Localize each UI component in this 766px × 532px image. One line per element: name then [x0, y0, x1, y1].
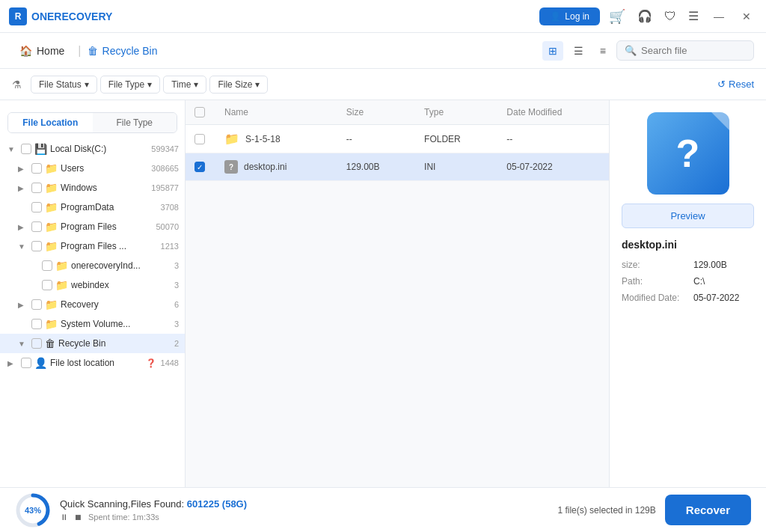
checkbox-program-files-x86[interactable] [31, 241, 42, 251]
folder-icon: 📁 [45, 201, 58, 213]
cart-button[interactable]: 🛒 [606, 5, 628, 28]
tree-item-file-lost[interactable]: ▶ 👤 File lost location ❓ 1448 [0, 353, 185, 373]
progress-area: 43% Quick Scanning,Files Found: 601225 (… [15, 492, 247, 528]
nav-home-link[interactable]: 🏠 Home [12, 40, 72, 61]
folder-icon: 📁 [45, 162, 58, 174]
checkbox-webindex[interactable] [42, 280, 52, 290]
preview-button[interactable]: Preview [622, 204, 754, 228]
time-filter[interactable]: Time ▾ [163, 76, 206, 94]
detail-view-button[interactable]: ≡ [594, 41, 612, 61]
tree-item-program-files[interactable]: ▶ 📁 Program Files 50070 [0, 217, 185, 236]
checkbox-programdata[interactable] [31, 202, 42, 213]
tree-item-system-volume[interactable]: 📁 System Volume... 3 [0, 314, 185, 334]
tree-label: Users [61, 163, 148, 174]
tree-label: System Volume... [61, 319, 171, 329]
tree-label: Program Files ... [61, 241, 158, 251]
menu-button[interactable]: ☰ [685, 6, 702, 26]
recycle-bin-icon: 🗑 [45, 337, 55, 349]
checkbox-program-files[interactable] [31, 221, 42, 232]
tree-count: 1213 [161, 242, 179, 251]
checkbox-onerecovery[interactable] [42, 260, 52, 271]
row-checkbox-cell[interactable]: ✓ [186, 153, 215, 181]
folder-icon: 📁 [45, 299, 58, 311]
checkbox-local-disk[interactable] [21, 144, 31, 154]
list-view-button[interactable]: ☰ [568, 41, 589, 61]
folder-icon: 📁 [224, 132, 239, 146]
logo-icon: R [9, 7, 27, 25]
stop-button[interactable]: ⏹ [74, 513, 82, 522]
tree-item-recovery[interactable]: ▶ 📁 Recovery 6 [0, 295, 185, 314]
shield-button[interactable]: 🛡 [661, 7, 679, 26]
tree-item-local-disk[interactable]: ▼ 💾 Local Disk(C:) 599347 [0, 139, 185, 159]
preview-metadata: size: 129.00B Path: C:\ Modified Date: 0… [622, 260, 754, 303]
recycle-icon: 🗑 [88, 45, 98, 57]
folder-icon: 📁 [55, 260, 68, 272]
tree-count: 6 [174, 300, 179, 309]
tree-label: Recycle Bin [58, 338, 171, 349]
expand-icon: ▶ [18, 223, 28, 231]
pause-icon: ⏸ [60, 513, 68, 522]
file-size-filter[interactable]: File Size ▾ [209, 76, 268, 94]
row-checkbox[interactable] [194, 134, 205, 144]
row-name-cell: ? desktop.ini [215, 153, 337, 181]
file-name: S-1-5-18 [245, 134, 281, 144]
preview-panel: ? Preview desktop.ini size: 129.00B Path… [609, 100, 766, 487]
tree-item-recycle-bin[interactable]: ▼ 🗑 Recycle Bin 2 [0, 334, 185, 353]
pause-button[interactable]: ⏸ [60, 513, 68, 522]
table-row[interactable]: 📁 S-1-5-18 -- FOLDER -- [186, 125, 609, 153]
tree-item-users[interactable]: ▶ 📁 Users 308665 [0, 159, 185, 178]
folder-icon: 📁 [45, 182, 58, 194]
login-button[interactable]: 👤 Log in [539, 7, 600, 25]
preview-filename: desktop.ini [622, 239, 754, 251]
nav-recycle-bin[interactable]: 🗑 Recycle Bin [88, 45, 158, 57]
checkbox-windows[interactable] [31, 183, 42, 193]
recover-button[interactable]: Recover [665, 495, 751, 525]
tree-item-webindex[interactable]: 📁 webindex 3 [0, 275, 185, 295]
title-actions: 👤 Log in 🛒 🎧 🛡 ☰ — ✕ [539, 5, 757, 28]
statusbar: 43% Quick Scanning,Files Found: 601225 (… [0, 487, 766, 532]
grid-view-button[interactable]: ⊞ [542, 41, 563, 61]
close-button[interactable]: ✕ [736, 7, 757, 25]
tab-file-location[interactable]: File Location [8, 113, 93, 132]
minimize-button[interactable]: — [708, 7, 730, 25]
tab-file-type[interactable]: File Type [93, 113, 177, 132]
nav-view-controls: ⊞ ☰ ≡ 🔍 [542, 40, 754, 61]
checkbox-recycle-bin[interactable] [31, 338, 42, 349]
scan-title: Quick Scanning,Files Found: 601225 (58G) [60, 498, 247, 510]
navbar: 🏠 Home | 🗑 Recycle Bin ⊞ ☰ ≡ 🔍 [0, 33, 766, 69]
reset-button[interactable]: ↺ Reset [717, 79, 754, 90]
headset-button[interactable]: 🎧 [634, 6, 655, 26]
tree-item-onerecovery[interactable]: 📁 onerecoveryInd... 3 [0, 256, 185, 275]
folder-icon: 📁 [45, 221, 58, 233]
chevron-down-icon: ▾ [147, 79, 152, 90]
scan-count: 601225 [187, 498, 219, 510]
progress-circle: 43% [15, 492, 51, 528]
app-name: ONERECOVERY [31, 10, 112, 22]
select-all-checkbox[interactable] [194, 107, 205, 117]
help-icon: ❓ [146, 358, 156, 368]
header-date-modified: Date Modified [497, 100, 609, 125]
tree-item-program-files-x86[interactable]: ▼ 📁 Program Files ... 1213 [0, 236, 185, 256]
tree-label: Recovery [61, 299, 171, 310]
scan-size: (58G) [222, 498, 247, 510]
progress-percent: 43% [25, 506, 41, 515]
status-right: 1 file(s) selected in 129B Recover [557, 495, 751, 525]
file-type-filter[interactable]: File Type ▾ [100, 76, 160, 94]
checkbox-file-lost[interactable] [21, 358, 31, 368]
tree-item-programdata[interactable]: 📁 ProgramData 3708 [0, 198, 185, 217]
expand-icon: ▼ [18, 340, 28, 348]
row-checkbox[interactable]: ✓ [194, 162, 205, 172]
table-row[interactable]: ✓ ? desktop.ini 129.00B INI 05-07-2022 [186, 153, 609, 181]
breadcrumb-separator: | [78, 44, 81, 58]
stop-icon: ⏹ [74, 513, 82, 522]
checkbox-users[interactable] [31, 163, 42, 174]
search-input[interactable] [641, 45, 746, 56]
checkbox-recovery[interactable] [31, 299, 42, 310]
row-checkbox-cell[interactable] [186, 125, 215, 153]
tree-label: Local Disk(C:) [50, 144, 148, 154]
tree-item-windows[interactable]: ▶ 📁 Windows 195877 [0, 178, 185, 198]
chevron-down-icon: ▾ [194, 79, 198, 90]
header-checkbox-col [186, 100, 215, 125]
file-status-filter[interactable]: File Status ▾ [31, 76, 97, 94]
checkbox-system-volume[interactable] [31, 319, 42, 329]
